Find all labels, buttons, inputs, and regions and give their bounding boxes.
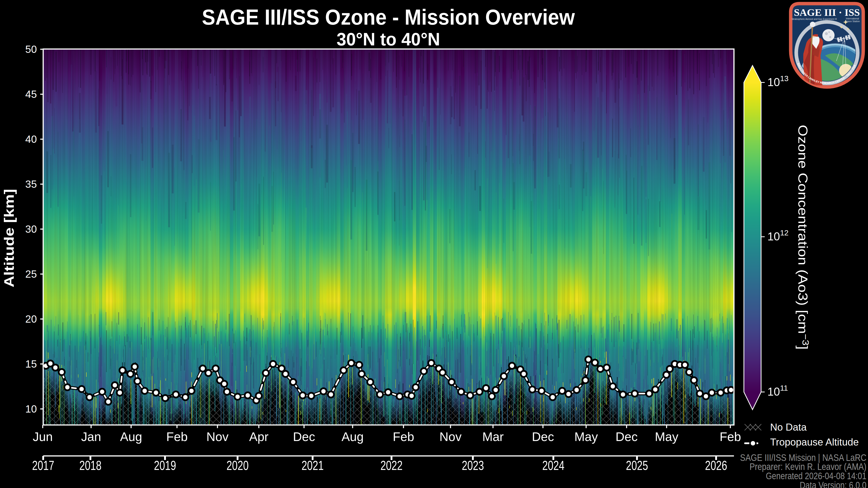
svg-text:2022: 2022 — [380, 458, 403, 473]
svg-text:2024: 2024 — [542, 458, 564, 473]
svg-text:Altitude [km]: Altitude [km] — [1, 189, 17, 287]
svg-text:20: 20 — [25, 313, 37, 325]
svg-text:Space Station: Space Station — [845, 20, 860, 23]
svg-text:2026: 2026 — [705, 458, 727, 473]
svg-text:Data Version: 6.0.0: Data Version: 6.0.0 — [800, 480, 866, 488]
svg-text:May: May — [575, 430, 598, 444]
svg-text:2017: 2017 — [32, 458, 54, 473]
svg-text:Dec: Dec — [616, 430, 638, 444]
svg-text:SAGE III · ISS: SAGE III · ISS — [794, 7, 860, 18]
svg-text:Aug: Aug — [342, 430, 364, 444]
svg-text:30: 30 — [25, 223, 37, 235]
svg-text:Aug: Aug — [120, 430, 142, 444]
svg-text:Feb: Feb — [166, 430, 188, 444]
svg-text:2020: 2020 — [226, 458, 249, 473]
svg-text:50: 50 — [25, 43, 37, 55]
svg-text:Dec: Dec — [532, 430, 554, 444]
svg-text:SAGE III/ISS Ozone - Mission O: SAGE III/ISS Ozone - Mission Overview — [202, 5, 575, 29]
svg-text:Feb: Feb — [720, 430, 741, 444]
svg-text:25: 25 — [25, 268, 37, 280]
svg-text:Apr: Apr — [249, 430, 269, 444]
svg-text:Generated 2026-04-08 14:01: Generated 2026-04-08 14:01 — [766, 470, 866, 481]
svg-text:40: 40 — [25, 133, 37, 145]
svg-text:Jun: Jun — [33, 430, 53, 444]
svg-text:45: 45 — [25, 88, 37, 100]
svg-text:Nov: Nov — [206, 430, 228, 444]
svg-text:2023: 2023 — [462, 458, 484, 473]
svg-text:35: 35 — [25, 178, 37, 190]
svg-text:15: 15 — [25, 358, 37, 370]
svg-text:May: May — [655, 430, 678, 444]
svg-text:Mar: Mar — [483, 430, 504, 444]
svg-text:International: International — [846, 17, 859, 20]
svg-text:2019: 2019 — [154, 458, 176, 473]
svg-text:2021: 2021 — [302, 458, 324, 473]
svg-text:Preparer: Kevin R. Leavor (AMA: Preparer: Kevin R. Leavor (AMA) — [749, 461, 866, 472]
svg-text:No Data: No Data — [770, 422, 807, 433]
svg-text:2025: 2025 — [626, 458, 648, 473]
svg-text:Tropopause Altitude: Tropopause Altitude — [770, 436, 859, 448]
svg-text:Jan: Jan — [81, 430, 101, 444]
svg-text:Feb: Feb — [393, 430, 414, 444]
svg-text:30°N to 40°N: 30°N to 40°N — [337, 29, 440, 49]
svg-text:10: 10 — [25, 403, 37, 415]
svg-text:Ozone Concentration (Ao3) [cm−: Ozone Concentration (Ao3) [cm−3] — [796, 125, 811, 350]
svg-text:2018: 2018 — [79, 458, 101, 473]
svg-text:Dec: Dec — [293, 430, 315, 444]
svg-text:Stratospheric Aerosol and Gas: Stratospheric Aerosol and Gas Experiment… — [792, 18, 837, 20]
svg-text:Nov: Nov — [439, 430, 462, 444]
